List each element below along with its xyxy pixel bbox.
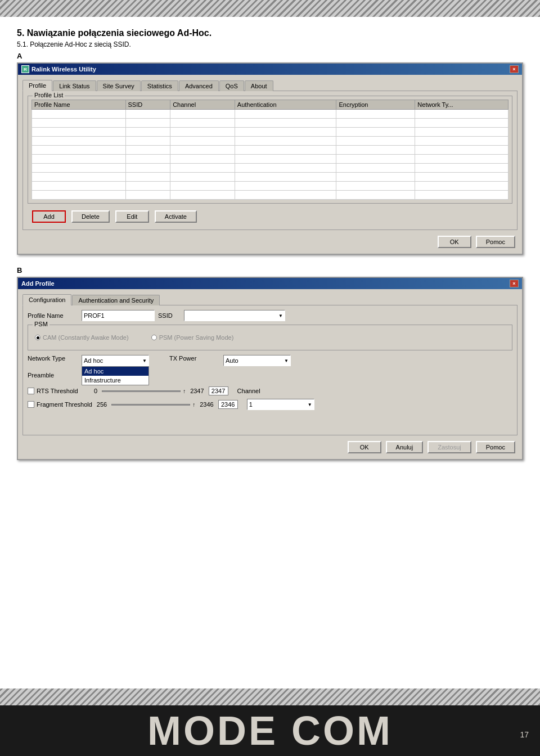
- ralink-icon: R: [21, 65, 29, 73]
- ralink-close-button[interactable]: ×: [510, 65, 519, 73]
- profile-name-input[interactable]: [82, 310, 155, 321]
- add-profile-titlebar: Add Profile ×: [18, 278, 522, 289]
- ralink-titlebar: R Ralink Wireless Utility ×: [18, 64, 522, 75]
- channel-arrow: ▼: [308, 402, 312, 407]
- rts-checkbox[interactable]: [28, 388, 34, 394]
- fragment-slider-track[interactable]: [111, 404, 190, 406]
- table-row: [32, 173, 508, 182]
- tx-power-arrow: ▼: [284, 358, 289, 363]
- network-type-row: Network Type Ad hoc ▼ Ad hoc Infrastruct…: [28, 355, 512, 366]
- fragment-slider-container: ↑: [111, 402, 195, 408]
- ralink-dialog: R Ralink Wireless Utility × Profile Link…: [17, 62, 523, 255]
- fragment-checkbox[interactable]: [28, 401, 34, 408]
- delete-button[interactable]: Delete: [71, 210, 110, 223]
- add-profile-close-button[interactable]: ×: [510, 280, 519, 287]
- table-row: [32, 128, 508, 137]
- profile-name-row: Profile Name SSID ▼: [28, 310, 512, 321]
- psm-option[interactable]: PSM (Power Saving Mode): [151, 334, 234, 341]
- profile-list-group: Profile List Profile Name SSID Channel A…: [28, 96, 512, 204]
- ralink-bottom-buttons: OK Pomoc: [20, 232, 520, 251]
- table-row: [32, 155, 508, 164]
- cam-option[interactable]: CAM (Constantly Awake Mode): [35, 334, 129, 341]
- table-row: [32, 182, 508, 191]
- psm-group-label: PSM: [33, 321, 50, 327]
- fragment-arrow-icon: ↑: [192, 402, 195, 408]
- fragment-threshold-row: Fragment Threshold 256 ↑ 2346 1 ▼: [28, 399, 512, 410]
- action-buttons-row: Add Delete Edit Activate: [28, 208, 512, 225]
- tab-qos[interactable]: QoS: [219, 80, 244, 91]
- activate-button[interactable]: Activate: [155, 210, 197, 223]
- footer: MODE COM 17: [0, 705, 540, 756]
- add-profile-tabs-bar: Configuration Authentication and Securit…: [20, 291, 520, 305]
- add-profile-apply-button[interactable]: Zastosuj: [428, 441, 471, 453]
- network-type-dropdown-list: Ad hoc Infrastructure: [82, 366, 149, 385]
- bottom-decorative-stripe: [0, 688, 540, 705]
- ralink-body: Profile Link Status Site Survey Statisti…: [18, 75, 522, 254]
- cam-label: CAM (Constantly Awake Mode): [43, 334, 129, 341]
- rts-min-value: 0: [94, 388, 97, 394]
- ralink-tabs-bar: Profile Link Status Site Survey Statisti…: [20, 77, 520, 91]
- ssid-select[interactable]: ▼: [184, 310, 285, 321]
- top-decorative-stripe: [0, 0, 540, 17]
- ssid-label: SSID: [158, 312, 181, 319]
- dropdown-item-adhoc[interactable]: Ad hoc: [82, 367, 148, 376]
- add-profile-dialog: Add Profile × Configuration Authenticati…: [17, 277, 523, 460]
- add-profile-cancel-button[interactable]: Anuluj: [386, 441, 424, 453]
- section-b-label: B: [17, 266, 523, 274]
- dropdown-item-infrastructure[interactable]: Infrastructure: [82, 376, 148, 385]
- tab-site-survey[interactable]: Site Survey: [97, 80, 141, 91]
- psm-radio[interactable]: [151, 335, 157, 340]
- table-row: [32, 110, 508, 119]
- psm-label: PSM (Power Saving Mode): [159, 334, 234, 341]
- profile-table: Profile Name SSID Channel Authentication…: [32, 100, 508, 200]
- network-type-value: Ad hoc: [84, 357, 103, 364]
- table-row: [32, 164, 508, 173]
- add-profile-bottom-buttons: OK Anuluj Zastosuj Pomoc: [20, 438, 520, 457]
- col-channel: Channel: [170, 100, 235, 110]
- col-ssid: SSID: [125, 100, 170, 110]
- edit-button[interactable]: Edit: [115, 210, 149, 223]
- tab-statistics[interactable]: Statistics: [141, 80, 178, 91]
- tab-auth-security[interactable]: Authentication and Security: [72, 295, 160, 305]
- channel-label: Channel: [237, 388, 260, 394]
- table-row: [32, 146, 508, 155]
- profile-name-label: Profile Name: [28, 312, 78, 319]
- profile-list-label: Profile List: [33, 92, 65, 98]
- col-authentication: Authentication: [235, 100, 336, 110]
- network-type-label: Network Type: [28, 355, 78, 362]
- tab-profile[interactable]: Profile: [22, 80, 52, 91]
- rts-max-value: 2347: [190, 388, 204, 394]
- rts-label: RTS Threshold: [37, 388, 78, 394]
- add-profile-help-button[interactable]: Pomoc: [476, 441, 515, 453]
- psm-group: PSM CAM (Constantly Awake Mode) PSM (Pow…: [28, 325, 512, 350]
- page-subtitle: 5.1. Połączenie Ad-Hoc z siecią SSID.: [17, 40, 523, 48]
- table-row: [32, 191, 508, 200]
- fragment-value-input[interactable]: [218, 400, 238, 409]
- channel-select[interactable]: 1 ▼: [247, 399, 314, 410]
- tab-about[interactable]: About: [245, 80, 273, 91]
- help-button[interactable]: Pomoc: [476, 236, 515, 248]
- tx-power-value: Auto: [226, 357, 238, 364]
- col-encryption: Encryption: [336, 100, 415, 110]
- network-type-select[interactable]: Ad hoc ▼: [82, 355, 149, 366]
- add-button[interactable]: Add: [32, 210, 66, 223]
- table-row: [32, 119, 508, 128]
- tab-link-status[interactable]: Link Status: [53, 80, 96, 91]
- rts-arrow-icon: ↑: [183, 388, 186, 394]
- rts-slider-track[interactable]: [102, 390, 181, 392]
- add-profile-ok-button[interactable]: OK: [348, 441, 381, 453]
- ok-button[interactable]: OK: [438, 236, 471, 248]
- tab-advanced[interactable]: Advanced: [179, 80, 219, 91]
- rts-value-input[interactable]: [209, 386, 228, 395]
- spacer: [28, 413, 512, 430]
- tx-power-select[interactable]: Auto ▼: [223, 355, 291, 366]
- col-network-type: Network Ty...: [415, 100, 508, 110]
- cam-radio[interactable]: [35, 335, 40, 340]
- ralink-titlebar-title: R Ralink Wireless Utility: [21, 65, 96, 73]
- network-type-arrow: ▼: [142, 358, 147, 363]
- col-profile-name: Profile Name: [32, 100, 126, 110]
- brand-text: MODE COM: [147, 708, 393, 754]
- tab-configuration[interactable]: Configuration: [22, 294, 71, 305]
- add-profile-body: Configuration Authentication and Securit…: [18, 289, 522, 459]
- tx-power-label: TX Power: [169, 355, 220, 362]
